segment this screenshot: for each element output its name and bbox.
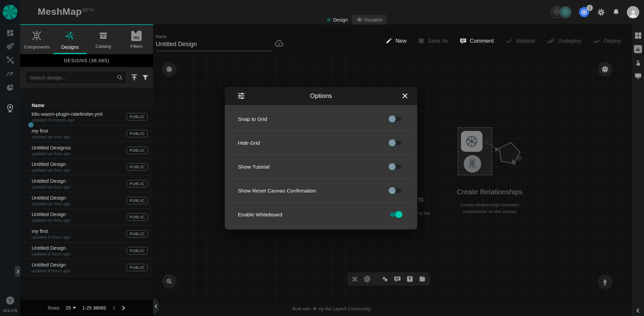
kubernetes-tile-icon — [461, 131, 482, 152]
collaborator-avatars[interactable] — [551, 6, 571, 18]
design-list-item[interactable]: Untitled Design updated an hour ago PUBL… — [20, 209, 153, 226]
lifecycle-gears-icon[interactable] — [6, 42, 14, 51]
design-list-item[interactable]: my first updated an hour ago PUBLIC — [20, 126, 153, 142]
validate-button[interactable]: Validate — [505, 37, 535, 44]
hint-description: Create relationships between components … — [448, 202, 532, 215]
create-relationships-hint: Create Relationships Create relationship… — [448, 188, 532, 215]
design-spiral-icon — [326, 17, 331, 23]
snap-to-grid-toggle[interactable] — [389, 115, 402, 122]
option-row-show-tutorial: Show Tutorial — [225, 155, 417, 179]
undeploy-icon — [547, 37, 555, 44]
design-list-item[interactable]: k8s-wasm-plugin-ratelimiter.yml updated … — [20, 109, 153, 126]
components-chip-icon — [31, 30, 43, 42]
new-design-button[interactable]: New — [386, 37, 406, 44]
views-grid-icon[interactable] — [634, 32, 642, 39]
next-page-button[interactable] — [121, 305, 126, 311]
kubernetes-context-button[interactable]: 1 — [578, 6, 590, 18]
pagination-bar: Rows 25 1-25 36065 — [20, 300, 153, 316]
add-component-icon[interactable] — [351, 276, 358, 283]
app-version: v0.6.176 — [3, 309, 17, 313]
tab-catalog[interactable]: Catalog — [87, 25, 120, 54]
text-tool-icon[interactable] — [406, 275, 414, 283]
option-label: Show Reset Canvas Confirmation — [238, 188, 316, 194]
user-avatar[interactable] — [627, 6, 639, 19]
visibility-badge: PUBLIC — [127, 163, 148, 171]
save-as-button[interactable]: Save As — [418, 37, 448, 44]
shapes-icon[interactable] — [381, 275, 389, 283]
design-list-item[interactable]: my first updated 6 hours ago PUBLIC — [20, 226, 153, 243]
notifications-bell-icon[interactable] — [612, 8, 620, 16]
right-collapse-button[interactable] — [636, 308, 640, 313]
help-icon[interactable]: ? — [6, 296, 14, 305]
extensions-pie-icon[interactable] — [6, 83, 14, 92]
design-list-item[interactable]: Untitled Design updated 8 hours ago PUBL… — [20, 243, 153, 259]
search-box[interactable] — [25, 71, 127, 84]
layer5-logo[interactable] — [0, 0, 20, 24]
action-label: Save As — [428, 38, 448, 44]
note-tool-icon[interactable] — [419, 275, 426, 283]
design-name: my first — [32, 228, 70, 234]
design-list-item[interactable]: Untitled Design updated an hour ago PUBL… — [20, 159, 153, 176]
design-name: Untitled Design — [32, 262, 70, 268]
search-icon[interactable] — [116, 74, 123, 81]
context-count-badge: 1 — [586, 5, 593, 11]
occluded-hint-fragment: ts — [418, 195, 424, 203]
rail-expand-button[interactable] — [15, 266, 21, 277]
show-tutorial-toggle[interactable] — [389, 163, 402, 170]
comment-button[interactable]: Comment — [460, 37, 494, 44]
undeploy-button[interactable]: Undeploy — [547, 37, 581, 44]
close-icon[interactable]: ✕ — [401, 93, 408, 99]
option-label: Hide Grid — [238, 140, 260, 146]
search-input[interactable] — [29, 74, 114, 81]
visibility-badge: PUBLIC — [127, 230, 148, 238]
canvas-settings-button[interactable] — [162, 62, 177, 77]
deploy-button[interactable]: Deploy — [593, 37, 621, 44]
catalog-archive-icon — [98, 30, 109, 41]
visibility-badge: PUBLIC — [127, 264, 148, 271]
design-name-field[interactable]: Name Untitled Design — [156, 34, 272, 51]
canvas-options-gear-button[interactable] — [598, 62, 612, 77]
design-name: my first — [32, 128, 70, 134]
display-monitor-icon[interactable] — [634, 72, 642, 80]
reset-canvas-confirmation-toggle[interactable] — [389, 187, 402, 194]
design-list-item[interactable]: Untitled Design updated 8 hours ago PUBL… — [20, 259, 153, 276]
visibility-badge: PUBLIC — [127, 180, 148, 187]
designs-panel: Components Designs — [20, 24, 153, 316]
zoom-button[interactable] — [162, 274, 177, 289]
visualize-mode-label: Visualize — [364, 17, 383, 23]
design-list-item[interactable]: Untitled Designss updated an hour ago PU… — [20, 142, 153, 159]
enable-whiteboard-toggle[interactable] — [389, 211, 402, 218]
design-list-item[interactable]: Untitled Design updated an hour ago PUBL… — [20, 176, 153, 192]
name-field-value[interactable]: Untitled Design — [156, 41, 272, 48]
design-list-item[interactable]: Untitled Design updated an hour ago PUBL… — [20, 192, 153, 209]
tab-label: Designs — [61, 44, 79, 50]
performance-gauge-icon[interactable] — [6, 69, 14, 78]
squid-component-icon — [464, 155, 481, 173]
rows-per-page-select[interactable]: 25 — [66, 305, 76, 311]
prev-page-button[interactable] — [112, 305, 116, 311]
pen-tool-button[interactable] — [598, 275, 612, 289]
tab-components[interactable]: Components — [20, 25, 53, 54]
tab-design-mode[interactable]: Design — [322, 15, 352, 25]
hint-title: Create Relationships — [448, 188, 532, 196]
hide-grid-toggle[interactable] — [389, 139, 402, 146]
metrics-chart-icon[interactable] — [634, 45, 642, 53]
import-design-icon[interactable] — [130, 73, 138, 81]
meshmap-pin-icon[interactable] — [6, 104, 14, 113]
tab-filters[interactable]: WA Filters — [120, 25, 153, 54]
filter-funnel-icon[interactable] — [142, 74, 149, 81]
settings-gear-icon[interactable] — [597, 8, 605, 16]
configuration-tools-icon[interactable] — [6, 56, 14, 64]
design-mode-label: Design — [333, 17, 348, 23]
design-updated-time: updated 8 hours ago — [32, 252, 70, 256]
rows-label: Rows — [48, 305, 60, 311]
tab-designs[interactable]: Designs — [53, 25, 87, 54]
collaborator-avatar[interactable] — [560, 6, 571, 18]
dashboard-icon[interactable] — [6, 29, 14, 37]
tab-visualize-mode[interactable]: Visualize — [352, 15, 387, 25]
interaction-touch-icon[interactable] — [634, 59, 642, 66]
design-updated-time: updated 3 minutes ago — [32, 118, 102, 122]
comment-tool-icon[interactable] — [394, 275, 401, 283]
kubernetes-wheel-icon[interactable] — [363, 275, 371, 283]
check-icon — [505, 37, 513, 44]
